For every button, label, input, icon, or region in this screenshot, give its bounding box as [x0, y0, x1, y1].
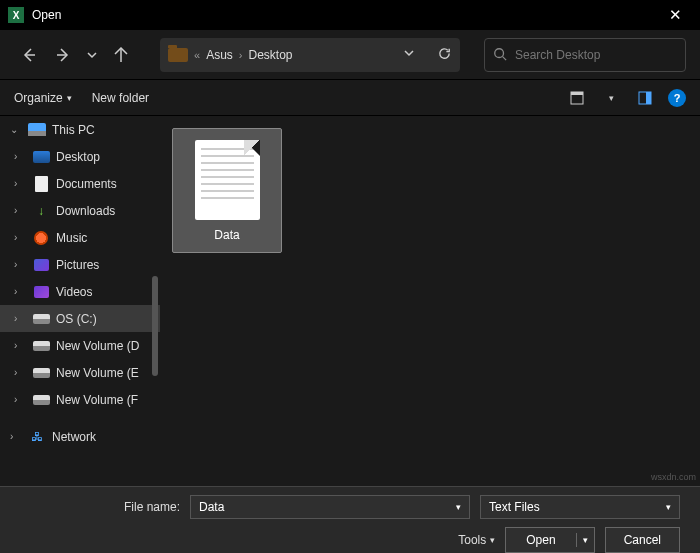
organize-button[interactable]: Organize▾: [14, 91, 72, 105]
recent-dropdown[interactable]: [82, 40, 102, 70]
toolbar: Organize▾ New folder ▾ ?: [0, 80, 700, 116]
sidebar-item-vol-f[interactable]: ›New Volume (F: [0, 386, 160, 413]
filetype-filter[interactable]: Text Files ▾: [480, 495, 680, 519]
breadcrumb-crumb-asus[interactable]: Asus: [206, 48, 233, 62]
chevron-down-icon[interactable]: [403, 47, 415, 62]
chevron-down-icon[interactable]: ▾: [666, 502, 671, 512]
sidebar-item-desktop[interactable]: ›Desktop: [0, 143, 160, 170]
preview-pane-button[interactable]: [634, 87, 656, 109]
file-pane[interactable]: Data: [160, 116, 700, 486]
textfile-icon: [195, 140, 260, 220]
new-folder-button[interactable]: New folder: [92, 91, 149, 105]
sidebar-item-vol-d[interactable]: ›New Volume (D: [0, 332, 160, 359]
search-icon: [493, 47, 507, 64]
chevron-down-icon[interactable]: ▾: [456, 502, 461, 512]
footer: File name: Data ▾ Text Files ▾ Tools▾ Op…: [0, 486, 700, 553]
sidebar-item-os-c[interactable]: ›OS (C:): [0, 305, 160, 332]
open-split-arrow[interactable]: ▾: [577, 535, 594, 545]
view-caret[interactable]: ▾: [600, 87, 622, 109]
svg-rect-2: [571, 92, 583, 95]
breadcrumb-sep: ›: [239, 49, 243, 61]
folder-icon: [168, 48, 188, 62]
sidebar-item-pictures[interactable]: ›Pictures: [0, 251, 160, 278]
window-title: Open: [32, 8, 61, 22]
titlebar: X Open ✕: [0, 0, 700, 30]
help-icon[interactable]: ?: [668, 89, 686, 107]
sidebar-item-music[interactable]: ›Music: [0, 224, 160, 251]
file-item-data[interactable]: Data: [172, 128, 282, 253]
svg-rect-4: [646, 92, 651, 104]
close-icon[interactable]: ✕: [659, 2, 692, 28]
up-button[interactable]: [106, 40, 136, 70]
refresh-icon[interactable]: [437, 46, 452, 64]
tools-button[interactable]: Tools▾: [458, 533, 495, 547]
breadcrumb-delim: «: [194, 49, 200, 61]
view-mode-button[interactable]: [566, 87, 588, 109]
filename-label: File name:: [20, 500, 180, 514]
file-label: Data: [214, 228, 239, 242]
excel-icon: X: [8, 7, 24, 23]
sidebar-item-network[interactable]: ›🖧Network: [0, 423, 160, 450]
forward-button[interactable]: [48, 40, 78, 70]
svg-point-0: [495, 48, 504, 57]
sidebar-item-downloads[interactable]: ›↓Downloads: [0, 197, 160, 224]
cancel-button[interactable]: Cancel: [605, 527, 680, 553]
open-button[interactable]: Open ▾: [505, 527, 594, 553]
sidebar-item-videos[interactable]: ›Videos: [0, 278, 160, 305]
breadcrumb[interactable]: « Asus › Desktop: [160, 38, 460, 72]
sidebar: ⌄This PC ›Desktop ›Documents ›↓Downloads…: [0, 116, 160, 486]
watermark: wsxdn.com: [651, 472, 696, 482]
sidebar-item-documents[interactable]: ›Documents: [0, 170, 160, 197]
filename-input[interactable]: Data ▾: [190, 495, 470, 519]
sidebar-item-vol-e[interactable]: ›New Volume (E: [0, 359, 160, 386]
back-button[interactable]: [14, 40, 44, 70]
navbar: « Asus › Desktop: [0, 30, 700, 80]
breadcrumb-crumb-desktop[interactable]: Desktop: [248, 48, 292, 62]
sidebar-item-thispc[interactable]: ⌄This PC: [0, 116, 160, 143]
search-input[interactable]: [484, 38, 686, 72]
